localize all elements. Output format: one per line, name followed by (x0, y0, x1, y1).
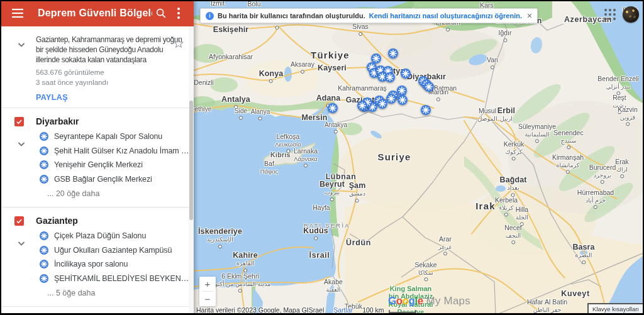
scale-bar (389, 310, 416, 313)
layer-checkbox[interactable] (14, 117, 24, 126)
top-right-controls (604, 6, 639, 23)
zoom-out-button[interactable]: − (199, 292, 216, 306)
layer-header[interactable]: Diyarbakır (0, 113, 194, 130)
collapse-layer-chevron-icon[interactable] (13, 235, 30, 253)
map-marker[interactable] (357, 101, 367, 111)
keyboard-shortcuts-button[interactable]: Klavye kısayolları (587, 303, 644, 315)
layer-section: Gaziantep Çiçek Plaza Düğün Salonu Uğur … (0, 207, 194, 306)
attribution-bar: Harita verileri ©2023 Google, Mapa GISra… (196, 306, 416, 314)
layer-item-label: Çiçek Plaza Düğün Salonu (54, 231, 146, 240)
map-marker[interactable] (397, 86, 407, 96)
layer-title[interactable]: Gaziantep (36, 216, 78, 226)
layer-header[interactable]: Gaziantep (0, 213, 194, 229)
google-apps-icon[interactable] (604, 9, 616, 21)
map-canvas[interactable]: İzmitBoluAnkaraEskişehirSivasErzurumKars… (194, 0, 644, 315)
map-data-attribution: Harita verileri ©2023 Google, Mapa GISra… (196, 306, 324, 314)
search-icon[interactable] (152, 4, 170, 22)
layer-more-link[interactable]: ... 5 öğe daha (0, 285, 194, 300)
layer-item[interactable]: İncilikaya spor salonu (0, 257, 194, 272)
share-button[interactable]: PAYLAŞ (36, 93, 68, 102)
account-avatar[interactable] (623, 6, 639, 23)
map-marker[interactable] (385, 72, 395, 82)
layer-more-link[interactable]: ... 20 öğe daha (0, 186, 194, 201)
layer-title[interactable]: Diyarbakır (36, 116, 79, 126)
zoom-control: + − (199, 277, 216, 306)
layer-item[interactable]: ŞEHİTKAMİL BELEDİYESİ BEYKENT SPOR S... (0, 272, 194, 286)
terms-link[interactable]: Şartlar (333, 306, 353, 314)
place-marker-icon (40, 246, 48, 255)
layer-section: Diyarbakır Seyrantepe Kapalı Spor Salonu… (0, 108, 194, 207)
map-marker[interactable] (377, 99, 387, 109)
layer-item-label: Şehit Halit Gülser Kız Anadolu İmam Hati… (54, 146, 191, 155)
sidebar-content: Gaziantep, Kahramanmaraş ve depremi yoğu… (0, 26, 194, 315)
sidebar-header: Deprem Güvenli Bölgeler ... (0, 0, 194, 26)
place-marker-icon (40, 260, 48, 268)
map-marker[interactable] (424, 82, 434, 92)
place-marker-icon (40, 146, 48, 155)
layer-item[interactable]: Yenişehir Gençlik Merkezi (0, 158, 194, 172)
layer-item-label: İncilikaya spor salonu (54, 260, 128, 268)
view-count: 563.676 görüntüleme (36, 68, 166, 77)
map-markers-layer (194, 0, 644, 315)
layer-item-label: Seyrantepe Kapalı Spor Salonu (54, 132, 162, 141)
scale-label: 100 km (362, 306, 384, 314)
sidebar-scrollbar[interactable] (189, 26, 194, 315)
layer-item-label: ŞEHİTKAMİL BELEDİYESİ BEYKENT SPOR S... (54, 274, 191, 283)
layer-item[interactable]: GSB Bağlar Gençlik Merkezi (0, 172, 194, 187)
layer-item-label: GSB Bağlar Gençlik Merkezi (54, 175, 152, 184)
map-marker[interactable] (388, 48, 398, 58)
layer-header[interactable]: Malatya (0, 312, 194, 315)
place-marker-icon (40, 132, 48, 141)
map-marker[interactable] (401, 69, 411, 79)
map-title: Deprem Güvenli Bölgeler ... (38, 8, 152, 19)
layer-section: Malatya (0, 306, 194, 315)
map-marker[interactable] (328, 103, 338, 113)
sidebar: Deprem Güvenli Bölgeler ... Gaziantep, K… (0, 0, 194, 315)
place-marker-icon (40, 175, 48, 184)
favorite-star-icon[interactable] (170, 35, 187, 52)
user-map-banner: i Bu harita bir kullanıcı tarafından olu… (200, 8, 538, 23)
layer-item-label: Yenişehir Gençlik Merkezi (54, 160, 143, 169)
banner-learn-link[interactable]: Kendi haritanızı nasıl oluşturacağınızı … (369, 12, 522, 19)
layer-item-label: Uğur Okulları Gaziantep Kampüsü (54, 246, 172, 255)
collapse-layer-chevron-icon[interactable] (13, 136, 30, 153)
zoom-in-button[interactable]: + (199, 277, 216, 291)
scale-control: 100 km (362, 306, 416, 314)
layers-container: Diyarbakır Seyrantepe Kapalı Spor Salonu… (0, 108, 194, 315)
my-maps-window: Deprem Güvenli Bölgeler ... Gaziantep, K… (0, 0, 644, 315)
published-time: 3 saat önce yayınlandı (36, 78, 166, 87)
overflow-menu-icon[interactable] (170, 4, 187, 22)
map-marker[interactable] (421, 105, 431, 115)
banner-text: Bu harita bir kullanıcı tarafından oluşt… (218, 12, 365, 19)
map-marker[interactable] (397, 95, 408, 105)
layer-checkbox[interactable] (14, 216, 24, 226)
scrollbar-thumb[interactable] (189, 101, 193, 220)
place-marker-icon (40, 160, 48, 169)
banner-close-icon[interactable]: × (527, 11, 532, 20)
place-marker-icon (40, 274, 48, 283)
map-description: Gaziantep, Kahramanmaraş ve depremi yoğu… (36, 35, 187, 65)
menu-icon[interactable] (9, 4, 26, 22)
info-icon: i (206, 12, 214, 20)
place-marker-icon (40, 231, 48, 240)
collapse-description-chevron-icon[interactable] (13, 36, 30, 54)
map-description-section: Gaziantep, Kahramanmaraş ve depremi yoğu… (0, 26, 194, 108)
map-marker[interactable] (386, 94, 396, 104)
